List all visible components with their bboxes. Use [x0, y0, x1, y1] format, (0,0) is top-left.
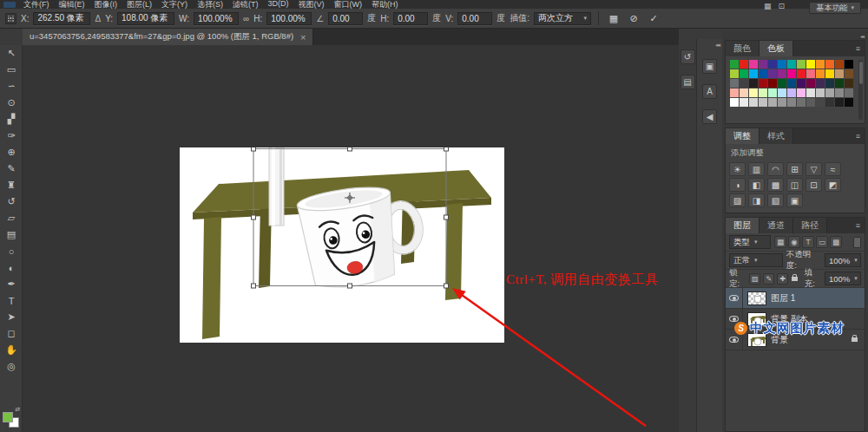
filter-smart-object-icon[interactable]: ▩ [830, 236, 842, 248]
character-panel-icon[interactable]: A [702, 84, 717, 99]
channel-mixer-icon[interactable]: ◫ [786, 178, 803, 192]
tool-history-brush-tool[interactable]: ↺ [0, 193, 23, 210]
tab-swatches[interactable]: 色板 [760, 41, 793, 56]
tool-eraser-tool[interactable]: ▱ [0, 210, 23, 226]
tool-path-selection-tool[interactable]: ➤ [0, 309, 23, 325]
document-image[interactable] [180, 147, 504, 343]
color-swatch[interactable] [797, 98, 806, 107]
tab-channels[interactable]: 通道 [760, 218, 793, 233]
lock-all-icon[interactable] [792, 277, 797, 281]
collapse-dock-icon[interactable]: ◂◂ [860, 33, 864, 39]
color-swatch[interactable] [740, 60, 748, 69]
tool-rectangle-tool[interactable]: ◻ [0, 325, 23, 342]
layer-filter-dropdown[interactable]: 类型 ▾ [729, 235, 771, 249]
color-swatch[interactable] [787, 69, 796, 78]
transform-handle[interactable] [348, 147, 352, 151]
color-swatch[interactable] [778, 98, 786, 107]
tool-move-tool[interactable]: ↖ [0, 45, 23, 62]
clone-source-panel-icon[interactable]: ▣ [702, 59, 717, 74]
visibility-cell[interactable] [726, 288, 743, 309]
commit-transform-button[interactable]: ✓ [646, 11, 661, 25]
color-swatch[interactable] [759, 88, 767, 97]
color-swatch[interactable] [825, 69, 834, 78]
color-swatch[interactable] [806, 79, 815, 88]
color-swatch[interactable] [749, 79, 758, 88]
transform-handle[interactable] [444, 215, 449, 219]
layer-thumbnail[interactable] [747, 291, 766, 305]
link-dimensions-icon[interactable]: ∞ [243, 14, 249, 23]
color-swatch[interactable] [845, 79, 853, 88]
menu-item-4[interactable]: 文字(Y) [161, 0, 187, 9]
color-swatch[interactable] [787, 88, 796, 97]
menu-item-5[interactable]: 选择(S) [197, 0, 223, 9]
swap-colors-icon[interactable]: ⇄ [15, 406, 20, 413]
threshold-icon[interactable]: ◨ [748, 193, 765, 207]
color-swatch[interactable] [749, 98, 758, 107]
filter-toggle-switch[interactable] [853, 237, 861, 248]
notes-panel-icon[interactable]: ◀ [702, 109, 717, 124]
transform-handle[interactable] [252, 147, 256, 151]
color-swatch[interactable] [797, 60, 806, 69]
menu-item-2[interactable]: 图像(I) [95, 0, 118, 9]
filter-adjustment-layers-icon[interactable]: ◉ [788, 236, 800, 248]
color-swatch[interactable] [835, 79, 844, 88]
color-swatch[interactable] [835, 60, 844, 69]
lock-transparent-pixels-icon[interactable]: ▨ [749, 273, 760, 285]
transform-handle[interactable] [444, 284, 449, 288]
color-swatch[interactable] [806, 98, 815, 107]
relative-position-icon[interactable]: Δ [95, 14, 101, 23]
black-white-icon[interactable]: ◧ [748, 178, 765, 192]
menu-item-1[interactable]: 编辑(E) [59, 0, 85, 9]
menu-item-8[interactable]: 视图(V) [299, 0, 325, 9]
color-swatch[interactable] [797, 88, 806, 97]
close-icon[interactable]: × [300, 32, 306, 43]
curves-icon[interactable]: ◠ [767, 162, 784, 176]
filter-pixel-layers-icon[interactable]: ▦ [774, 236, 786, 248]
transform-handle[interactable] [252, 215, 256, 219]
expand-panels-icon[interactable]: ◂◂ [715, 42, 722, 49]
color-swatch[interactable] [778, 88, 786, 97]
filter-shape-layers-icon[interactable]: ▭ [816, 236, 828, 248]
color-swatch[interactable] [768, 60, 777, 69]
angle-field[interactable]: 0.00 [328, 12, 363, 25]
color-swatch[interactable] [759, 60, 767, 69]
color-swatch[interactable] [740, 88, 748, 97]
opacity-dropdown[interactable]: 100% ▾ [825, 253, 861, 267]
transform-handle[interactable] [348, 284, 352, 288]
color-swatch[interactable] [778, 69, 786, 78]
y-position-field[interactable]: 108.00 像素 [117, 12, 174, 25]
width-scale-field[interactable]: 100.00% [194, 12, 239, 25]
color-swatch[interactable] [806, 88, 815, 97]
color-swatch[interactable] [825, 88, 834, 97]
layer-row-1[interactable]: 图层 1 [726, 288, 865, 309]
tool-lasso-tool[interactable]: ∽ [0, 78, 23, 95]
color-swatch[interactable] [835, 69, 844, 78]
color-swatch[interactable] [759, 98, 767, 107]
foreground-color-swatch[interactable] [3, 412, 13, 422]
color-swatch[interactable] [749, 88, 758, 97]
color-swatch[interactable] [730, 60, 739, 69]
fill-dropdown[interactable]: 100% ▾ [825, 272, 861, 285]
color-swatch[interactable] [768, 79, 777, 88]
color-swatch[interactable] [797, 79, 806, 88]
blend-mode-dropdown[interactable]: 正常 ▾ [729, 253, 783, 267]
v-skew-field[interactable]: 0.00 [457, 12, 492, 25]
tab-paths[interactable]: 路径 [793, 218, 827, 233]
color-swatch[interactable] [787, 60, 796, 69]
posterize-icon[interactable]: ▨ [729, 193, 746, 207]
color-swatch[interactable] [749, 60, 758, 69]
transform-handle[interactable] [444, 147, 449, 151]
tool-zoom-tool[interactable]: ◎ [0, 358, 23, 375]
photo-filter-icon[interactable]: ▩ [767, 178, 784, 192]
tool-healing-brush-tool[interactable]: ⊕ [0, 144, 23, 160]
tool-gradient-tool[interactable]: ▤ [0, 226, 23, 243]
color-swatch[interactable] [730, 98, 739, 107]
tab-adjustments[interactable]: 调整 [726, 128, 760, 144]
reference-point-locator-icon[interactable] [5, 13, 16, 24]
tool-blur-tool[interactable]: ○ [0, 243, 23, 259]
invert-icon[interactable]: ◩ [825, 178, 841, 192]
x-position-field[interactable]: 262.50 像素 [33, 12, 90, 25]
screen-mode-icon[interactable]: ⊡ [778, 2, 785, 10]
color-swatch[interactable] [806, 69, 815, 78]
tool-clone-stamp-tool[interactable]: ♜ [0, 177, 23, 193]
